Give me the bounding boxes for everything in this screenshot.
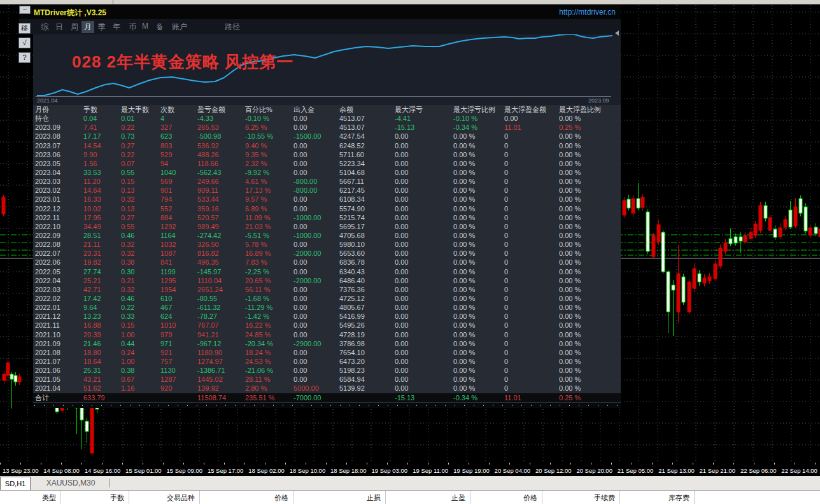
cell: 4805.67 [339, 303, 395, 312]
cell: 0.00 [293, 114, 339, 123]
cell: 0.32 [121, 240, 160, 249]
cell: 0.00 % [559, 357, 619, 366]
cell: 0 [504, 186, 559, 195]
menu-item-4[interactable]: 月 [81, 21, 94, 33]
cell: 24.53 % [245, 357, 293, 366]
menu-item-10[interactable]: 账户 [172, 22, 187, 32]
cell: 14.64 [83, 186, 121, 195]
cell: 1287 [160, 375, 197, 384]
table-row: 2021.0921.460.44971-967.12-20.34 %-2900.… [35, 339, 621, 348]
cell: 0.00 [395, 339, 453, 348]
cell: -0.34 % [453, 393, 504, 402]
cell: 0.00 [293, 150, 339, 159]
table-bottom-ruler [33, 403, 621, 408]
cell: 0.00 % [559, 249, 619, 258]
minimize-button[interactable]: − [19, 6, 31, 14]
menu-item-1[interactable]: 综 [41, 22, 48, 32]
cell: 18.64 [83, 357, 121, 366]
cell: 7376.36 [339, 285, 395, 294]
cell: 6836.78 [339, 258, 395, 267]
tab-xauusd-m30[interactable]: XAUUSD,M30 [35, 477, 106, 490]
table-row: 2023.0433.530.551040-562.43-9.92 %0.0051… [35, 168, 621, 177]
cell: 0.00 % [453, 258, 504, 267]
cell: 488.26 [197, 150, 245, 159]
check-button[interactable]: √ [18, 38, 31, 48]
cell: 0 [504, 168, 559, 177]
cell: 百分比% [245, 105, 293, 114]
cell: 0.00 % [453, 159, 504, 168]
cell: 0.00 [395, 249, 453, 258]
help-button[interactable]: ? [18, 52, 31, 63]
cell: 0 [504, 177, 559, 186]
cell: 0.00 % [453, 285, 504, 294]
cell: 0.00 % [453, 276, 504, 285]
cell: 0.00 [293, 123, 339, 132]
menu-item-5[interactable]: 季 [98, 22, 106, 32]
cell: 0.00 [395, 303, 453, 312]
cell: 0.00 [293, 267, 339, 276]
cell: 757 [160, 357, 197, 366]
cell: 0.00 % [453, 339, 504, 348]
menu-item-9[interactable]: 备 [156, 22, 164, 32]
cell: 9.90 [83, 150, 121, 159]
tab-xauusd-h1[interactable]: SD,H1 [0, 477, 31, 490]
cell: 0.15 [121, 321, 160, 330]
cell: 0.00 [293, 375, 339, 384]
menu-item-6[interactable]: 年 [113, 22, 120, 32]
cell: 0.00 % [559, 348, 619, 357]
menu-item-7[interactable]: 币 [129, 22, 136, 32]
menu-item-path[interactable]: 路径 [225, 22, 240, 32]
cell: 4513.07 [339, 123, 395, 132]
cell: 21.03 % [245, 222, 293, 231]
cell: 0.00 [395, 222, 453, 231]
cell: 最大手数 [121, 105, 160, 114]
cell: 909.11 [197, 186, 245, 195]
cell: 0.00 [395, 312, 453, 321]
cell: 21.11 [83, 240, 121, 249]
cell: 11.01 [504, 123, 559, 132]
order-column-filler [695, 491, 820, 504]
cell: 4513.07 [339, 114, 395, 123]
cell: -1386.71 [197, 366, 245, 375]
cell: 余额 [339, 105, 395, 114]
order-column-header: 手续费 [542, 491, 620, 504]
time-label: 14 Sep 16:00 [82, 467, 123, 476]
cell: 2023.05 [35, 159, 83, 168]
cell: 624 [160, 312, 197, 321]
menu-item-3[interactable]: 周 [71, 22, 78, 32]
menu-item-2[interactable]: 日 [55, 22, 63, 32]
divider [113, 0, 113, 4]
cell: 1954 [160, 285, 197, 294]
cell: 2022.05 [35, 267, 83, 276]
cell: 0.00 [293, 285, 339, 294]
table-row: 2023.0817.170.73623-500.98-10.55 %-1500.… [35, 132, 621, 141]
monthly-stats-table: 月份手数最大手数次数盈亏金额百分比%出入金余额最大浮亏最大浮亏比例最大浮盈金额最… [33, 105, 621, 402]
cell: 2022.10 [35, 222, 83, 231]
cell: 0.00 % [559, 312, 619, 321]
table-row: 2021.0625.310.381130-1386.71-21.06 %0.00… [35, 366, 621, 375]
cell: 803 [160, 141, 197, 150]
cell: -967.12 [197, 339, 245, 348]
cell: 0 [504, 375, 559, 384]
cell: -5.51 % [245, 231, 293, 240]
cell: 0.00 [293, 258, 339, 267]
cell: 1.56 [83, 159, 121, 168]
cell: 0.00 % [453, 375, 504, 384]
mtdriver-url-link[interactable]: http://mtdriver.cn [559, 8, 616, 17]
cell: 0.00 [395, 258, 453, 267]
scroll-arrow-icon[interactable] [615, 31, 619, 36]
cell: 0.00 [395, 141, 453, 150]
move-button[interactable]: 移 [18, 23, 31, 34]
cell: -800.00 [293, 186, 339, 195]
cell: 1110.04 [197, 276, 245, 285]
cell: -0.10 % [453, 114, 504, 123]
cell: 33.53 [83, 168, 121, 177]
cell: 6584.94 [339, 375, 395, 384]
cell: 794 [160, 195, 197, 204]
menu-item-8[interactable]: M [142, 22, 148, 31]
cell: 4725.12 [339, 294, 395, 303]
cell: -15.13 [395, 123, 453, 132]
table-row: 2021.0451.621.16920139.922.80 %5000.0051… [35, 384, 621, 393]
cell: 5215.74 [339, 213, 395, 222]
cell: 0.25 % [559, 123, 619, 132]
